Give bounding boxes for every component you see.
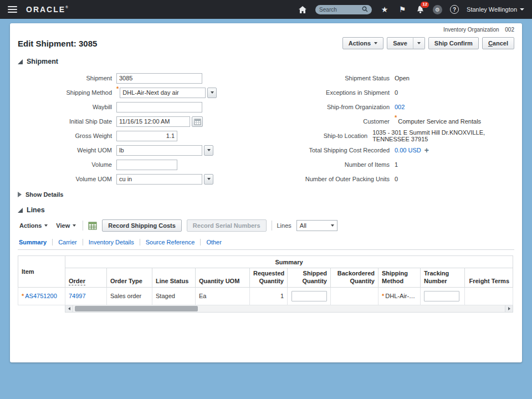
chevron-down-icon bbox=[207, 149, 211, 151]
lines-table: Item Summary Order Order Type Line Statu… bbox=[18, 255, 513, 305]
lines-actions-menu[interactable]: Actions bbox=[18, 221, 49, 230]
home-icon[interactable] bbox=[298, 4, 308, 14]
customer-value: Computer Service and Rentals bbox=[398, 118, 481, 125]
volume-uom-input[interactable] bbox=[116, 174, 202, 185]
record-serial-numbers-button[interactable]: Record Serial Numbers bbox=[187, 219, 267, 232]
quantity-uom-column-header[interactable]: Quantity UOM bbox=[196, 268, 250, 288]
table-row[interactable]: *AS4751200 74997 Sales order Staged Ea 1… bbox=[18, 287, 513, 305]
actions-button[interactable]: Actions bbox=[342, 37, 383, 49]
weight-uom-dropdown-button[interactable] bbox=[204, 145, 213, 156]
lines-filter-value: All bbox=[300, 222, 306, 229]
user-name: Stanley Wellington bbox=[467, 6, 517, 13]
freight-terms-column-header[interactable]: Freight Terms bbox=[465, 268, 513, 288]
volume-input[interactable] bbox=[116, 160, 177, 170]
settings-gear-icon[interactable]: ⚙ bbox=[433, 5, 442, 14]
shipment-input[interactable] bbox=[116, 73, 202, 84]
lines-toolbar: Actions View Record Shipping Costs Recor… bbox=[18, 219, 514, 232]
gross-weight-label: Gross Weight bbox=[18, 132, 116, 139]
field-volume: Volume bbox=[18, 157, 255, 172]
field-total-shipping-cost: Total Shipping Cost Recorded 0.00 USD + bbox=[255, 143, 514, 157]
initial-ship-date-input[interactable] bbox=[116, 116, 190, 127]
right-arrow-icon bbox=[508, 307, 510, 310]
exceptions-label: Exceptions in Shipment bbox=[255, 89, 395, 96]
toolbar-separator bbox=[272, 221, 272, 231]
tracking-number-column-header[interactable]: Tracking Number bbox=[421, 268, 465, 288]
lines-view-menu[interactable]: View bbox=[54, 221, 78, 230]
user-menu[interactable]: Stanley Wellington bbox=[467, 6, 524, 13]
shipped-quantity-input[interactable] bbox=[291, 291, 327, 301]
outer-packing-units-value: 0 bbox=[395, 176, 398, 182]
freight-terms-cell bbox=[465, 287, 513, 305]
shipping-method-column-header[interactable]: Shipping Method bbox=[378, 268, 421, 288]
order-link[interactable]: 74997 bbox=[69, 293, 86, 299]
show-details-toggle[interactable]: Show Details bbox=[18, 191, 514, 198]
help-icon[interactable]: ? bbox=[450, 5, 459, 14]
record-shipping-costs-label: Record Shipping Costs bbox=[108, 222, 176, 229]
field-shipping-method: Shipping Method * bbox=[18, 85, 255, 100]
shipment-form-right-column: Shipment Status Open Exceptions in Shipm… bbox=[255, 71, 514, 186]
save-button[interactable]: Save bbox=[387, 37, 413, 49]
scrollbar-track[interactable] bbox=[73, 305, 505, 312]
outer-packing-units-label: Number of Outer Packing Units bbox=[255, 176, 395, 182]
save-button-label: Save bbox=[393, 40, 407, 47]
menu-icon[interactable] bbox=[8, 6, 17, 13]
shipping-method-input[interactable] bbox=[120, 88, 206, 98]
shipping-method-dropdown-button[interactable] bbox=[207, 88, 217, 98]
calendar-icon[interactable] bbox=[192, 116, 203, 127]
cancel-button[interactable]: Cancel bbox=[482, 37, 514, 49]
table-column-header-row: Order Order Type Line Status Quantity UO… bbox=[18, 268, 513, 288]
order-type-column-header[interactable]: Order Type bbox=[107, 268, 152, 288]
total-shipping-cost-link[interactable]: 0.00 USD bbox=[395, 147, 421, 154]
tab-source-reference[interactable]: Source Reference bbox=[140, 239, 201, 245]
save-dropdown-button[interactable] bbox=[413, 37, 425, 49]
table-horizontal-scrollbar[interactable] bbox=[65, 305, 513, 313]
gross-weight-input[interactable] bbox=[116, 131, 177, 141]
item-column-header[interactable]: Item bbox=[18, 256, 65, 288]
context-value[interactable]: 002 bbox=[505, 27, 514, 33]
ship-confirm-button[interactable]: Ship Confirm bbox=[428, 37, 479, 49]
shipment-form-left-column: Shipment Shipping Method * Waybill Initi… bbox=[18, 71, 255, 186]
context-label: Inventory Organization bbox=[443, 27, 499, 33]
scroll-left-arrow[interactable] bbox=[65, 305, 73, 312]
item-link[interactable]: AS4751200 bbox=[25, 293, 57, 299]
tab-summary[interactable]: Summary bbox=[18, 239, 53, 245]
shipment-section-title: Shipment bbox=[27, 58, 58, 65]
lines-filter-select[interactable]: All bbox=[296, 220, 337, 231]
watchlist-flag-icon[interactable]: ⚑ bbox=[397, 4, 407, 14]
global-search[interactable] bbox=[315, 5, 372, 14]
exceptions-value: 0 bbox=[395, 89, 398, 96]
weight-uom-input[interactable] bbox=[116, 145, 202, 156]
required-asterisk: * bbox=[395, 115, 397, 121]
ship-from-org-link[interactable]: 002 bbox=[395, 104, 405, 110]
shipping-method-cell: *DHL-Air-Next ... bbox=[378, 287, 421, 305]
scrollbar-thumb[interactable] bbox=[75, 306, 198, 311]
order-column-header[interactable]: Order bbox=[65, 268, 107, 288]
favorites-star-icon[interactable]: ★ bbox=[380, 4, 390, 14]
tab-inventory-details[interactable]: Inventory Details bbox=[83, 239, 140, 245]
collapse-triangle-icon bbox=[18, 208, 23, 213]
volume-uom-dropdown-button[interactable] bbox=[204, 174, 213, 185]
cancel-label: Cancel bbox=[488, 40, 508, 47]
export-to-excel-icon[interactable] bbox=[88, 222, 97, 230]
lines-section-header[interactable]: Lines bbox=[18, 206, 514, 214]
field-volume-uom: Volume UOM bbox=[18, 172, 255, 186]
search-icon[interactable] bbox=[362, 4, 368, 14]
line-status-cell: Staged bbox=[152, 287, 196, 305]
tracking-number-input[interactable] bbox=[424, 291, 459, 301]
record-shipping-costs-button[interactable]: Record Shipping Costs bbox=[102, 219, 182, 232]
order-type-cell: Sales order bbox=[107, 287, 152, 305]
notifications-bell-icon[interactable]: 12 bbox=[415, 4, 425, 14]
add-shipping-cost-plus-icon[interactable]: + bbox=[424, 146, 429, 154]
shipment-status-value: Open bbox=[395, 75, 410, 81]
line-status-column-header[interactable]: Line Status bbox=[152, 268, 196, 288]
backordered-quantity-column-header[interactable]: Backordered Quantity bbox=[331, 268, 378, 288]
shipment-section-header[interactable]: Shipment bbox=[18, 58, 514, 65]
tab-carrier[interactable]: Carrier bbox=[53, 239, 83, 245]
requested-quantity-column-header[interactable]: Requested Quantity bbox=[250, 268, 288, 288]
tab-other[interactable]: Other bbox=[201, 239, 227, 245]
field-shipment: Shipment bbox=[18, 71, 255, 85]
search-input[interactable] bbox=[319, 7, 360, 13]
shipped-quantity-column-header[interactable]: Shipped Quantity bbox=[288, 268, 331, 288]
scroll-right-arrow[interactable] bbox=[505, 305, 513, 312]
waybill-input[interactable] bbox=[116, 102, 202, 112]
